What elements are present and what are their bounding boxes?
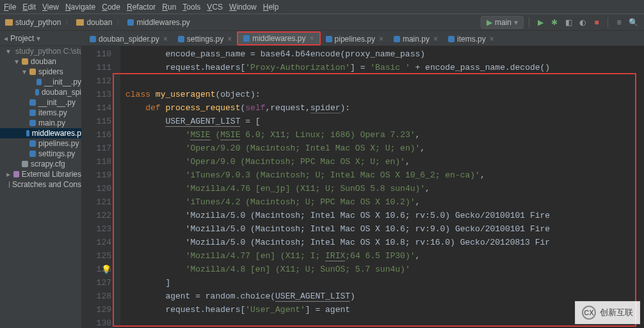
tab-label: middlewares.py bbox=[252, 34, 305, 43]
tree-item[interactable]: settings.py bbox=[0, 149, 81, 159]
tab-settings-py[interactable]: settings.py× bbox=[173, 33, 237, 45]
tree-item[interactable]: Scratches and Cons bbox=[0, 179, 81, 190]
stop-button[interactable]: ■ bbox=[591, 17, 602, 28]
tree-item[interactable]: ▾douban bbox=[0, 56, 81, 67]
tab-main-py[interactable]: main.py× bbox=[389, 33, 443, 45]
menu-navigate[interactable]: Navigate bbox=[65, 3, 95, 12]
profile-button[interactable]: ◐ bbox=[577, 17, 588, 28]
menu-file[interactable]: File bbox=[4, 3, 16, 12]
caret-icon[interactable]: ▸ bbox=[6, 170, 11, 179]
menu-window[interactable]: Window bbox=[229, 3, 257, 12]
search-button[interactable]: 🔍 bbox=[627, 17, 639, 28]
line-gutter: 1101111121131141151161171181191201211221… bbox=[82, 46, 120, 328]
python-file-icon bbox=[36, 79, 42, 85]
menu-edit[interactable]: Edit bbox=[22, 3, 36, 12]
tree-item[interactable]: __init__.py bbox=[0, 77, 81, 87]
crumb-file[interactable]: middlewares.py bbox=[136, 18, 189, 27]
project-tree[interactable]: ▾study_python C:\stu▾douban▾spiders__ini… bbox=[0, 46, 82, 328]
crumb-project[interactable]: study_python bbox=[15, 18, 61, 27]
tree-label: study_python C:\stu bbox=[15, 47, 82, 56]
code-line[interactable]: agent = random.choice(USER_AGENT_LIST) bbox=[125, 290, 644, 303]
code-line[interactable]: ] bbox=[125, 276, 644, 290]
code-line[interactable]: 'Opera/9.0 (Macintosh; PPC Mac OS X; U; … bbox=[125, 155, 644, 168]
code-line[interactable]: 'Mozilla/5.0 (Macintosh; Intel Mac OS X … bbox=[125, 222, 644, 236]
menu-view[interactable]: View bbox=[42, 3, 59, 12]
code-area[interactable]: encode_pass_name = base64.b64encode(prox… bbox=[120, 46, 644, 328]
caret-icon[interactable]: ▾ bbox=[22, 67, 27, 76]
code-line[interactable] bbox=[125, 316, 644, 328]
caret-icon[interactable]: ▾ bbox=[6, 47, 10, 56]
tree-label: douban_spi bbox=[42, 88, 81, 97]
close-icon[interactable]: × bbox=[163, 35, 168, 44]
coverage-button[interactable]: ◧ bbox=[563, 17, 574, 28]
line-number: 113 bbox=[82, 88, 120, 101]
code-line[interactable]: 'Mozilla/4.8 [en] (X11; U; SunOS; 5.7 su… bbox=[125, 263, 644, 276]
code-line[interactable]: 'Mozilla/5.0 (Macintosh; Intel Mac OS X … bbox=[125, 236, 644, 249]
separator bbox=[608, 17, 608, 28]
tree-item[interactable]: douban_spi bbox=[0, 87, 81, 97]
code-line[interactable]: 'Mozilla/4.76 [en_jp] (X11; U; SunOS 5.8… bbox=[125, 182, 644, 195]
python-file-icon bbox=[29, 110, 36, 116]
play-icon: ▶ bbox=[487, 18, 492, 27]
tree-item[interactable]: main.py bbox=[0, 118, 81, 128]
run-config-select[interactable]: ▶ main ▾ bbox=[481, 16, 524, 29]
run-button[interactable]: ▶ bbox=[535, 17, 546, 28]
code-editor[interactable]: 1101111121131141151161171181191201211221… bbox=[82, 46, 644, 328]
tab-items-py[interactable]: items.py× bbox=[443, 33, 499, 45]
menubar: FileEditViewNavigateCodeRefactorRunTools… bbox=[0, 0, 644, 14]
code-line[interactable]: 'iTunes/4.2 (Macintosh; U; PPC Mac OS X … bbox=[125, 195, 644, 209]
tree-item[interactable]: pipelines.py bbox=[0, 138, 81, 149]
watermark-logo-icon: CX bbox=[582, 306, 596, 320]
tree-item[interactable]: ▾study_python C:\stu bbox=[0, 46, 81, 56]
tree-item[interactable]: __init__.py bbox=[0, 97, 81, 108]
intention-bulb-icon[interactable]: 💡 bbox=[101, 263, 111, 277]
close-icon[interactable]: × bbox=[227, 35, 232, 44]
debug-button[interactable]: ✱ bbox=[549, 17, 560, 28]
code-line[interactable]: 'iTunes/9.0.3 (Macintosh; U; Intel Mac O… bbox=[125, 168, 644, 182]
close-icon[interactable]: × bbox=[310, 34, 314, 43]
tree-item[interactable]: ▾spiders bbox=[0, 67, 81, 77]
project-tool-tab[interactable]: ◂ Project ▾ bbox=[0, 31, 82, 45]
code-line[interactable]: 'Mozilla/4.77 [en] (X11; I; IRIX;64 6.5 … bbox=[125, 249, 644, 263]
code-line[interactable]: encode_pass_name = base64.b64encode(prox… bbox=[125, 47, 644, 61]
tree-item[interactable]: ▸External Libraries bbox=[0, 169, 81, 179]
menu-refactor[interactable]: Refactor bbox=[127, 3, 156, 12]
folder-icon bbox=[29, 69, 36, 75]
tree-label: Scratches and Cons bbox=[12, 180, 81, 189]
arrow-left-icon: ◂ bbox=[4, 34, 8, 43]
crumb-folder[interactable]: douban bbox=[86, 18, 112, 27]
structure-button[interactable]: ≡ bbox=[613, 17, 625, 28]
menu-run[interactable]: Run bbox=[162, 3, 176, 12]
caret-icon[interactable]: ▾ bbox=[14, 57, 19, 66]
menu-code[interactable]: Code bbox=[102, 3, 120, 12]
menu-help[interactable]: Help bbox=[263, 3, 279, 12]
line-number: 120 bbox=[82, 182, 120, 195]
tree-item[interactable]: items.py bbox=[0, 108, 81, 118]
close-icon[interactable]: × bbox=[433, 35, 438, 44]
close-icon[interactable]: × bbox=[490, 35, 494, 44]
close-icon[interactable]: × bbox=[379, 35, 383, 44]
code-line[interactable]: request.headers['User_Agent'] = agent bbox=[125, 303, 644, 316]
code-line[interactable]: def process_request(self,request,spider)… bbox=[125, 101, 644, 115]
code-line[interactable]: class my_useragent(object): bbox=[125, 88, 644, 101]
folder-icon bbox=[76, 19, 84, 26]
menu-vcs[interactable]: VCS bbox=[207, 3, 223, 12]
python-file-icon bbox=[29, 140, 36, 147]
tab-douban_spider-py[interactable]: douban_spider.py× bbox=[85, 33, 173, 45]
code-line[interactable]: 'MSIE (MSIE 6.0; X11; Linux; i686) Opera… bbox=[125, 128, 644, 142]
code-line[interactable] bbox=[125, 74, 644, 88]
tab-middlewares-py[interactable]: middlewares.py× bbox=[237, 31, 320, 45]
tree-item[interactable]: middlewares.p bbox=[0, 128, 81, 138]
code-line[interactable]: USER_AGENT_LIST = [ bbox=[125, 115, 644, 128]
code-line[interactable]: request.headers['Proxy-Authorization'] =… bbox=[125, 61, 644, 74]
code-line[interactable]: 'Mozilla/5.0 (Macintosh; Intel Mac OS X … bbox=[125, 209, 644, 222]
tree-item[interactable]: scrapy.cfg bbox=[0, 159, 81, 169]
code-line[interactable]: 'Opera/9.20 (Macintosh; Intel Mac OS X; … bbox=[125, 142, 644, 155]
line-number: 127 bbox=[82, 276, 120, 290]
menu-tools[interactable]: Tools bbox=[182, 3, 200, 12]
line-number: 130 bbox=[82, 316, 120, 328]
tree-label: settings.py bbox=[38, 149, 75, 158]
tab-pipelines-py[interactable]: pipelines.py× bbox=[321, 33, 389, 45]
line-number: 117 bbox=[82, 142, 120, 155]
chevron-down-icon: ▾ bbox=[514, 18, 518, 27]
